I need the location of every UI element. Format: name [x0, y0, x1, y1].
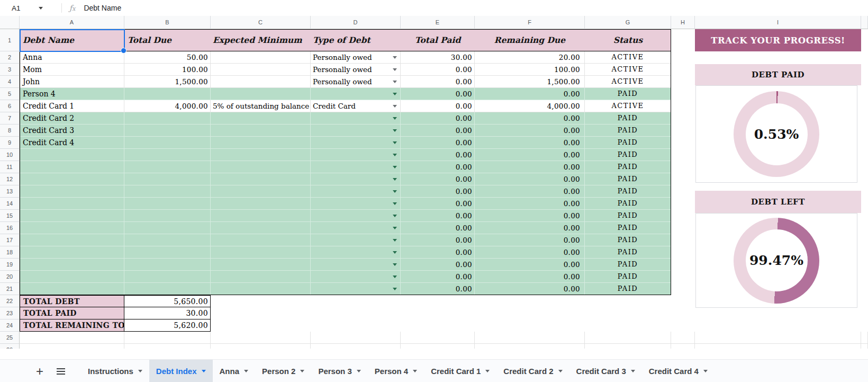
cell[interactable]	[861, 29, 868, 51]
row-header-16[interactable]: 16	[0, 222, 20, 234]
cell-type-of-debt[interactable]	[311, 198, 401, 210]
cell-remaining-due[interactable]: 0.00	[475, 185, 585, 198]
cell-status[interactable]: PAID	[585, 112, 671, 125]
cell[interactable]	[861, 307, 868, 319]
type-of-debt-dropdown-icon[interactable]	[393, 56, 397, 59]
cell-remaining-due[interactable]: 0.00	[475, 246, 585, 259]
type-of-debt-dropdown-icon[interactable]	[393, 129, 397, 132]
cell[interactable]	[124, 332, 211, 344]
row-header-6[interactable]: 6	[0, 100, 20, 112]
cell[interactable]	[671, 271, 695, 283]
cell-total-paid[interactable]: 0.00	[401, 234, 475, 246]
type-of-debt-dropdown-icon[interactable]	[393, 227, 397, 229]
cell-expected-minimum[interactable]	[211, 125, 311, 137]
type-of-debt-dropdown-icon[interactable]	[393, 263, 397, 266]
cell-debt-name[interactable]	[20, 198, 124, 210]
chevron-down-icon[interactable]	[300, 370, 304, 372]
cell-debt-name[interactable]	[20, 149, 124, 161]
cell-remaining-due[interactable]: 0.00	[475, 259, 585, 271]
cell[interactable]	[671, 198, 695, 210]
cell[interactable]	[671, 137, 695, 149]
cell-total-due[interactable]	[124, 198, 211, 210]
sheet-tab-debt-index[interactable]: Debt Index	[149, 360, 213, 382]
cell[interactable]	[211, 332, 311, 344]
cell-expected-minimum[interactable]	[211, 51, 311, 64]
type-of-debt-dropdown-icon[interactable]	[393, 251, 397, 254]
cell-total-paid[interactable]: 0.00	[401, 161, 475, 173]
cell-total-paid[interactable]: 0.00	[401, 125, 475, 137]
cell[interactable]	[861, 112, 868, 125]
cell[interactable]	[861, 332, 868, 344]
cell-debt-name[interactable]	[20, 161, 124, 173]
column-title-total-paid[interactable]: Total Paid	[401, 29, 475, 51]
chevron-down-icon[interactable]	[244, 370, 248, 372]
total-value[interactable]: 5,620.00	[124, 319, 211, 332]
cell-status[interactable]: PAID	[585, 149, 671, 161]
cell-total-paid[interactable]: 0.00	[401, 173, 475, 185]
cell-status[interactable]: PAID	[585, 246, 671, 259]
cell[interactable]	[861, 137, 868, 149]
cell[interactable]	[861, 283, 868, 295]
cell[interactable]	[861, 100, 868, 112]
cell-debt-name[interactable]	[20, 234, 124, 246]
cell-status[interactable]: PAID	[585, 161, 671, 173]
chevron-down-icon[interactable]	[39, 7, 43, 10]
type-of-debt-dropdown-icon[interactable]	[393, 276, 397, 278]
cell-remaining-due[interactable]: 20.00	[475, 51, 585, 64]
cell-remaining-due[interactable]: 0.00	[475, 234, 585, 246]
type-of-debt-dropdown-icon[interactable]	[393, 93, 397, 95]
cell[interactable]	[671, 344, 695, 349]
sheet-tab-credit-card-3[interactable]: Credit Card 3	[569, 360, 642, 382]
cell[interactable]	[475, 332, 585, 344]
row-header-21[interactable]: 21	[0, 283, 20, 295]
cell-status[interactable]: PAID	[585, 222, 671, 234]
cell-status[interactable]: PAID	[585, 234, 671, 246]
type-of-debt-dropdown-icon[interactable]	[393, 215, 397, 217]
cell-expected-minimum[interactable]	[211, 64, 311, 76]
cell-type-of-debt[interactable]	[311, 161, 401, 173]
type-of-debt-dropdown-icon[interactable]	[393, 81, 397, 83]
cell-type-of-debt[interactable]	[311, 210, 401, 222]
row-header-13[interactable]: 13	[0, 185, 20, 198]
cell-total-due[interactable]	[124, 210, 211, 222]
cell-status[interactable]: ACTIVE	[585, 76, 671, 88]
row-header-15[interactable]: 15	[0, 210, 20, 222]
cell-expected-minimum[interactable]	[211, 76, 311, 88]
cell[interactable]	[695, 344, 861, 349]
column-header-D[interactable]: D	[311, 16, 401, 29]
cell[interactable]	[861, 234, 868, 246]
cell[interactable]	[861, 161, 868, 173]
cell[interactable]	[671, 210, 695, 222]
cell-status[interactable]: PAID	[585, 259, 671, 271]
cell-status[interactable]: PAID	[585, 210, 671, 222]
cell[interactable]	[861, 198, 868, 210]
total-label[interactable]: TOTAL PAID	[20, 307, 124, 319]
cell-remaining-due[interactable]: 0.00	[475, 137, 585, 149]
cell-type-of-debt[interactable]: Personally owed	[311, 76, 401, 88]
cell-remaining-due[interactable]: 0.00	[475, 125, 585, 137]
cell-type-of-debt[interactable]	[311, 137, 401, 149]
total-label[interactable]: TOTAL REMAINING TO PAY	[20, 319, 124, 332]
cell-total-paid[interactable]: 0.00	[401, 185, 475, 198]
cell[interactable]	[211, 307, 311, 319]
cell-status[interactable]: PAID	[585, 283, 671, 295]
column-header-I[interactable]: I	[695, 16, 861, 29]
sheet-tab-instructions[interactable]: Instructions	[81, 360, 149, 382]
column-header-C[interactable]: C	[211, 16, 311, 29]
cell[interactable]	[861, 344, 868, 349]
type-of-debt-dropdown-icon[interactable]	[393, 154, 397, 156]
cell[interactable]	[671, 295, 695, 307]
type-of-debt-dropdown-icon[interactable]	[393, 190, 397, 193]
cell[interactable]	[401, 332, 475, 344]
cell[interactable]	[861, 64, 868, 76]
row-header-7[interactable]: 7	[0, 112, 20, 125]
cell[interactable]	[671, 319, 695, 332]
cell-remaining-due[interactable]: 0.00	[475, 222, 585, 234]
cell-total-due[interactable]	[124, 137, 211, 149]
row-header-23[interactable]: 23	[0, 307, 20, 319]
cell-remaining-due[interactable]: 0.00	[475, 112, 585, 125]
cell-debt-name[interactable]	[20, 283, 124, 295]
sheet-tab-anna[interactable]: Anna	[213, 360, 256, 382]
column-title-remaining-due[interactable]: Remaining Due	[475, 29, 585, 51]
type-of-debt-dropdown-icon[interactable]	[393, 68, 397, 71]
